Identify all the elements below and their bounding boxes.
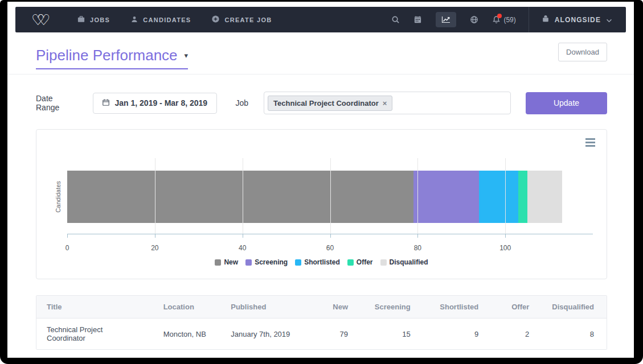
caret-down-icon: ▾ bbox=[185, 51, 189, 60]
axis-tick-label: 100 bbox=[499, 244, 511, 252]
date-range-label: Date Range bbox=[36, 94, 77, 112]
cell-offer: 2 bbox=[491, 318, 542, 350]
bar-segment-offer[interactable] bbox=[518, 171, 527, 223]
axis-tick bbox=[330, 234, 331, 238]
column-header-shortlisted: Shortlisted bbox=[423, 296, 491, 318]
gridline bbox=[330, 158, 331, 234]
account-name: ALONGSIDE bbox=[555, 16, 601, 24]
globe-icon[interactable] bbox=[470, 15, 478, 24]
gridline bbox=[417, 158, 418, 234]
table-row[interactable]: Technical Project Coordinator Moncton, N… bbox=[36, 318, 607, 350]
legend-item-shortlisted[interactable]: Shortlisted bbox=[295, 258, 340, 266]
date-range-value: Jan 1, 2019 - Mar 8, 2019 bbox=[114, 98, 207, 107]
column-header-offer: Offer bbox=[491, 296, 542, 318]
cell-location: Moncton, NB bbox=[153, 318, 221, 350]
job-tag-label: Technical Project Coordinator bbox=[273, 99, 379, 107]
nav-item-label: CREATE JOB bbox=[224, 16, 272, 23]
account-menu[interactable]: ALONGSIDE bbox=[529, 14, 626, 25]
cell-screening: 15 bbox=[361, 318, 423, 350]
nav-item-label: JOBS bbox=[90, 16, 110, 23]
bar-segment-screening[interactable] bbox=[413, 171, 479, 223]
axis-tick-label: 0 bbox=[65, 244, 69, 252]
legend-swatch bbox=[347, 259, 354, 266]
interlocking-hearts-logo[interactable]: ♡ ♡ bbox=[30, 11, 56, 29]
axis-tick bbox=[243, 234, 243, 238]
legend-swatch bbox=[295, 259, 301, 266]
update-button[interactable]: Update bbox=[526, 92, 607, 114]
axis-tick bbox=[67, 234, 68, 238]
legend-swatch bbox=[380, 259, 387, 266]
pipeline-chart-card: Candidates 0 20 40 60 80 bbox=[36, 129, 607, 279]
heart-icon: ♡ bbox=[37, 11, 50, 29]
cell-new: 79 bbox=[310, 318, 361, 350]
column-header-new: New bbox=[310, 296, 361, 318]
filter-bar: Date Range Jan 1, 2019 - Mar 8, 2019 Job… bbox=[7, 75, 634, 114]
analytics-icon[interactable] bbox=[436, 12, 456, 27]
notification-dot bbox=[497, 14, 502, 18]
organization-icon bbox=[542, 14, 550, 25]
search-icon[interactable] bbox=[391, 15, 400, 24]
device-frame: ♡ ♡ JOBS CANDIDATES CREATE JOB bbox=[0, 0, 643, 364]
column-header-disqualified: Disqualified bbox=[542, 296, 607, 318]
column-header-screening: Screening bbox=[361, 296, 423, 318]
legend-item-screening[interactable]: Screening bbox=[245, 258, 288, 266]
top-navbar: ♡ ♡ JOBS CANDIDATES CREATE JOB bbox=[15, 7, 626, 32]
axis-tick bbox=[505, 234, 506, 238]
job-tag: Technical Project Coordinator × bbox=[268, 96, 392, 111]
page-title: Pipeline Performance bbox=[36, 47, 178, 64]
legend-swatch bbox=[215, 259, 221, 266]
column-header-location: Location bbox=[153, 296, 221, 318]
cell-disqualified: 8 bbox=[542, 318, 607, 350]
page-header: Pipeline Performance ▾ Download bbox=[7, 32, 634, 75]
legend-swatch bbox=[245, 259, 252, 266]
column-header-published: Published bbox=[220, 296, 310, 318]
notification-count: (59) bbox=[503, 16, 515, 24]
plus-circle-icon bbox=[211, 15, 220, 24]
date-range-input[interactable]: Jan 1, 2019 - Mar 8, 2019 bbox=[93, 93, 216, 114]
remove-tag-icon[interactable]: × bbox=[383, 99, 387, 107]
gridline bbox=[243, 158, 243, 234]
legend-label: Offer bbox=[357, 258, 373, 266]
column-header-title: Title bbox=[36, 296, 153, 318]
pipeline-table: Title Location Published New Screening S… bbox=[36, 295, 607, 350]
cell-published: January 7th, 2019 bbox=[220, 318, 310, 350]
nav-item-candidates[interactable]: CANDIDATES bbox=[130, 15, 191, 24]
job-select-input[interactable]: Technical Project Coordinator × bbox=[264, 92, 511, 114]
legend-label: Shortlisted bbox=[304, 258, 340, 266]
table-header-row: Title Location Published New Screening S… bbox=[36, 296, 607, 318]
chart-context-menu-icon[interactable] bbox=[585, 138, 595, 147]
bar-segment-disqualified[interactable] bbox=[527, 171, 563, 223]
chart-y-axis-label: Candidates bbox=[55, 181, 62, 213]
nav-item-label: CANDIDATES bbox=[143, 16, 191, 23]
briefcase-icon bbox=[77, 15, 85, 24]
cell-title: Technical Project Coordinator bbox=[36, 318, 153, 350]
gridline bbox=[155, 158, 155, 234]
chart-plot-area: 0 20 40 60 80 100 bbox=[67, 158, 593, 234]
report-selector[interactable]: Pipeline Performance ▾ bbox=[36, 47, 188, 69]
job-label: Job bbox=[236, 98, 249, 107]
axis-tick bbox=[417, 234, 418, 238]
person-icon bbox=[130, 15, 138, 24]
bar-segment-shortlisted[interactable] bbox=[479, 171, 518, 223]
cell-shortlisted: 9 bbox=[423, 318, 491, 350]
gridline bbox=[505, 158, 506, 234]
calendar-icon bbox=[102, 98, 110, 108]
axis-tick bbox=[155, 234, 155, 238]
app-screen: ♡ ♡ JOBS CANDIDATES CREATE JOB bbox=[7, 2, 634, 358]
chart-legend: New Screening Shortlisted Offer Disquali… bbox=[36, 258, 607, 266]
chevron-down-icon bbox=[606, 15, 612, 25]
legend-label: Disqualified bbox=[390, 258, 428, 266]
legend-label: New bbox=[224, 258, 238, 266]
calendar-icon[interactable] bbox=[413, 15, 422, 24]
legend-label: Screening bbox=[255, 258, 288, 266]
download-button[interactable]: Download bbox=[558, 43, 607, 61]
bell-icon[interactable]: (59) bbox=[492, 15, 515, 24]
nav-item-create-job[interactable]: CREATE JOB bbox=[211, 15, 272, 24]
legend-item-disqualified[interactable]: Disqualified bbox=[380, 258, 428, 266]
bar-segment-new[interactable] bbox=[67, 171, 413, 223]
legend-item-new[interactable]: New bbox=[215, 258, 238, 266]
legend-item-offer[interactable]: Offer bbox=[347, 258, 373, 266]
axis-tick-label: 60 bbox=[326, 244, 334, 252]
nav-item-jobs[interactable]: JOBS bbox=[77, 15, 110, 24]
axis-tick-label: 20 bbox=[151, 244, 158, 252]
